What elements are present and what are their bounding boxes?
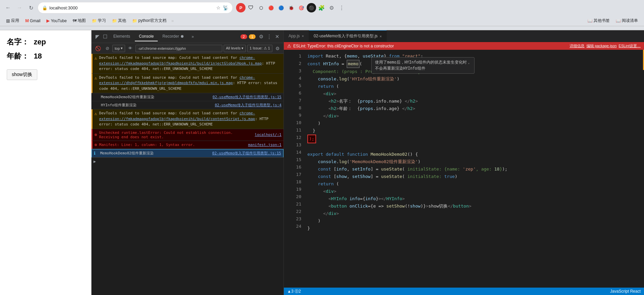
console-entry-text8: MemoHookDemo02组件重新渲染 (100, 151, 210, 156)
console-src2[interactable]: 02-useMemo传入子组件引用类型.js:4 (215, 103, 281, 108)
tab-app-js[interactable]: App.js × (284, 30, 309, 42)
url-input[interactable] (49, 5, 214, 10)
eslint-error-text: ESLint: TypeError: this.cliEngineCtor is… (293, 44, 394, 48)
ext-icon4[interactable]: 🐞 (287, 3, 296, 12)
bookmark-other[interactable]: 📁其他 (109, 17, 129, 24)
cast-icon[interactable]: 📡 (223, 5, 228, 10)
devtools-error-badge: 2 (240, 34, 247, 39)
top-selector[interactable]: top ▾ (112, 45, 125, 52)
more-menu[interactable]: ⋮ (337, 3, 346, 12)
tab-more[interactable]: » (189, 32, 197, 41)
extensions-icon[interactable]: 🧩 (317, 3, 326, 12)
console-entry-warn1[interactable]: ⚠ DevTools failed to load source map: Co… (91, 54, 283, 74)
browser-toolbar: ← → ↻ 🔒 ☆ 📡 P 🛡 ⬡ 🔴 🔵 🐞 🎯 ⚫ 🧩 ⚙ ⋮ (0, 0, 644, 15)
code-line-1: import React, {memo, useState} from "rea… (306, 52, 644, 60)
ext-icon3[interactable]: 🔵 (276, 3, 286, 12)
code-line-3: Component: (props : PropsWithChildren<ob… (306, 68, 644, 75)
vpn-icon[interactable]: 🛡 (246, 3, 256, 12)
devtools-panel: ◤ ☐ Elements Console Recorder ⏺ » 2 1 ⚙ … (91, 30, 284, 295)
console-entry-err2[interactable]: ⊗ Manifest: Line: 1, column: 1, Syntax e… (91, 141, 283, 149)
bookmark-python[interactable]: 📁python官方文档 (129, 17, 169, 24)
error-icon1: ⊗ (94, 132, 97, 137)
ext-icon2[interactable]: 🔴 (266, 3, 276, 12)
eslint-error-bar: ⚠ ESLint: TypeError: this.cliEngineCtor … (284, 42, 644, 50)
console-entry-warn2[interactable]: ⚠ DevTools failed to load source map: Co… (91, 74, 283, 94)
browser-page: 名字： zep 年龄： 18 show切换 (0, 30, 91, 295)
tab-recorder[interactable]: Recorder ⏺ (158, 32, 188, 41)
forward-button[interactable]: → (15, 3, 24, 12)
settings-icon[interactable]: ⚙ (327, 3, 336, 12)
bookmark-reading-list[interactable]: 📖阅读清单 (613, 17, 641, 24)
prompt-arrow: ▶ (93, 159, 96, 164)
console-filter-input[interactable] (136, 45, 222, 52)
ext-icon6[interactable]: ⚫ (307, 3, 316, 12)
console-entry-info2[interactable]: HYInfo组件重新渲染 02-useMemo传入子组件引用类型.js:4 (91, 101, 283, 109)
bookmark-apps[interactable]: ⊞应用 (3, 17, 22, 24)
code-line-6: <div> (306, 90, 644, 98)
ext-icon1[interactable]: ⬡ (256, 3, 266, 12)
console-issues[interactable]: 1 Issue: ⚠ 1 (247, 45, 272, 52)
devtools-header: ◤ ☐ Elements Console Recorder ⏺ » 2 1 ⚙ … (91, 30, 283, 43)
back-button[interactable]: ← (3, 3, 13, 12)
line-numbers: 1 2 3 4 5 6 7 8 9 10 11 12 13 14 15 16 1… (291, 50, 304, 288)
profile-icon[interactable]: P (236, 3, 245, 12)
console-entry-info1[interactable]: MemoHookDemo02组件重新渲染 02-useMemo传入子组件引用类型… (91, 93, 283, 101)
code-line-22: </div> (306, 210, 644, 217)
reload-button[interactable]: ↻ (26, 3, 36, 12)
console-prompt-line[interactable]: ▶ (91, 157, 283, 165)
console-entry-warn3[interactable]: ⚠ DevTools failed to load source map: Co… (91, 109, 283, 129)
bookmark-study[interactable]: 📁学习 (89, 17, 109, 24)
code-line-11: } (306, 127, 644, 135)
console-filter-btn[interactable]: ⊘ (104, 45, 111, 51)
console-eye-btn[interactable]: 👁 (126, 45, 134, 51)
bookmark-gmail[interactable]: MGmail (23, 17, 43, 24)
eslint-settings-link[interactable]: ESLint设置… (619, 43, 641, 48)
code-line-7: <h2>名字： {props.info.name} </h2> (306, 98, 644, 105)
devtools-more-btn[interactable]: ⋮ (265, 32, 273, 41)
devtools-settings-btn[interactable]: ⚙ (258, 32, 265, 41)
tab-app-js-close[interactable]: × (302, 34, 304, 38)
devtools-inspect-btn[interactable]: ◤ (94, 32, 101, 41)
console-entry-err1[interactable]: ⊗ Unchecked runtime.lastError: Could not… (91, 129, 283, 141)
code-line-23: ) (306, 217, 644, 225)
vscode-tabs: App.js × 02-useMemo传入子组件引用类型.js × (284, 30, 644, 42)
page-age: 年龄： 18 (7, 51, 84, 61)
ext-icon5[interactable]: 🎯 (297, 3, 306, 12)
code-line-15: console.log('MemoHookDemo02组件重新渲染') (306, 158, 644, 165)
devtools-close-btn[interactable]: ✕ (274, 32, 281, 41)
main-area: 名字： zep 年龄： 18 show切换 ◤ ☐ Elements Conso… (0, 30, 644, 295)
eslint-icon: ⚠ (287, 43, 291, 48)
console-src4[interactable]: manifest.json:1 (248, 143, 281, 147)
code-line-4: console.log('HYInfo组件重新渲染') (306, 75, 644, 83)
code-line-24: } (306, 225, 644, 232)
code-line-5: return ( (306, 83, 644, 90)
console-entry-text5: DevTools failed to load source map: Coul… (99, 111, 281, 127)
console-src5[interactable]: 02-useMemo传入子组件引用类型.js:15 (212, 151, 281, 156)
code-line-9: </div> (306, 112, 644, 120)
show-toggle-button[interactable]: show切换 (7, 69, 37, 80)
address-bar[interactable]: 🔒 ☆ 📡 (38, 2, 233, 13)
star-icon[interactable]: ☆ (216, 5, 221, 10)
tab-usememo[interactable]: 02-useMemo传入子组件引用类型.js × (309, 30, 387, 42)
tab-elements[interactable]: Elements (109, 32, 134, 41)
bookmark-other-bookmarks[interactable]: 📖其他书签 (585, 17, 612, 24)
bookmark-youtube[interactable]: ▶YouTube (44, 17, 69, 24)
bookmarks-bar: ⊞应用 MGmail ▶YouTube 🗺地图 📁学习 📁其他 📁python官… (0, 15, 644, 26)
code-line-17: const [show, setShow] = useState( initia… (306, 173, 644, 180)
tab-console[interactable]: Console (135, 32, 158, 41)
console-src1[interactable]: 02-useMemo传入子组件引用类型.js:15 (213, 95, 281, 100)
console-entry-selected[interactable]: ℹ MemoHookDemo02组件重新渲染 02-useMemo传入子组件引用… (91, 149, 283, 157)
console-levels-select[interactable]: All levels ▾ (224, 45, 246, 52)
console-entry-text2: DevTools failed to load source map: Coul… (99, 75, 281, 92)
console-clear-btn[interactable]: 🚫 (93, 45, 103, 52)
eslint-detail-link[interactable]: 详细信息 (570, 43, 584, 48)
code-line-12: ); (306, 135, 644, 143)
devtools-device-btn[interactable]: ☐ (102, 32, 109, 41)
vscode-status-bar: ▲3 ⓪2 JavaScript React (284, 288, 644, 295)
page-name: 名字： zep (7, 37, 84, 47)
console-src3[interactable]: localhost/:1 (255, 133, 281, 137)
bookmark-map[interactable]: 🗺地图 (70, 17, 88, 24)
tab-usememo-close[interactable]: × (380, 34, 382, 38)
eslint-edit-link[interactable]: 编辑 package.json (586, 43, 617, 48)
console-settings-btn[interactable]: ⚙ (274, 45, 281, 52)
